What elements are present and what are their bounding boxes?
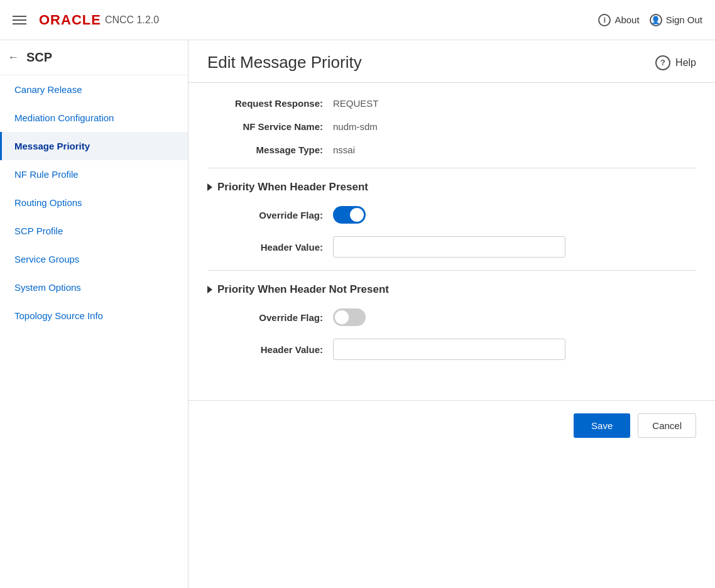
nav-right: i About 👤 Sign Out [598,14,702,26]
sidebar-title: SCP [26,50,52,65]
toggle-slider-not-present [333,308,366,326]
message-type-row: Message Type: nssai [207,144,696,155]
header-value-present-input[interactable] [333,236,565,258]
sidebar-item-system-options[interactable]: System Options [0,273,188,302]
section-header-present: Priority When Header Present [207,181,696,193]
signout-label: Sign Out [666,14,702,25]
override-flag-present-label: Override Flag: [207,210,333,220]
nf-service-name-label: NF Service Name: [207,121,333,132]
sidebar-item-scp-profile[interactable]: SCP Profile [0,217,188,245]
sidebar-item-topology-source-info[interactable]: Topology Source Info [0,302,188,330]
save-button[interactable]: Save [574,413,630,438]
header-value-not-present-input[interactable] [333,339,565,360]
override-flag-present-toggle-wrap [333,206,366,224]
main-header: Edit Message Priority ? Help [188,40,715,83]
message-type-label: Message Type: [207,144,333,155]
section-header-not-present: Priority When Header Not Present [207,283,696,296]
top-nav: ORACLE CNCC 1.2.0 i About 👤 Sign Out [0,0,715,40]
main-content: Edit Message Priority ? Help Request Res… [188,40,715,588]
header-value-not-present-row: Header Value: [207,339,696,360]
divider-2 [207,270,696,271]
nf-service-name-row: NF Service Name: nudm-sdm [207,121,696,132]
action-bar: Save Cancel [188,400,715,450]
section-collapse-present[interactable] [207,183,212,191]
section-collapse-not-present[interactable] [207,286,212,293]
divider-1 [207,168,696,168]
help-label: Help [675,57,696,68]
override-flag-not-present-toggle[interactable] [333,308,366,326]
override-flag-not-present-label: Override Flag: [207,312,333,323]
about-label: About [614,14,639,25]
brand: ORACLE CNCC 1.2.0 [39,12,598,28]
request-response-label: Request Response: [207,98,333,109]
override-flag-not-present-row: Override Flag: [207,308,696,326]
sidebar-item-routing-options[interactable]: Routing Options [0,188,188,217]
app-body: ← SCP Canary Release Mediation Configura… [0,40,715,588]
help-button[interactable]: ? Help [655,55,696,70]
section-title-present: Priority When Header Present [217,181,368,193]
brand-logo: ORACLE [39,12,101,28]
sidebar-item-message-priority[interactable]: Message Priority [0,132,188,160]
about-button[interactable]: i About [598,14,639,26]
sidebar-item-service-groups[interactable]: Service Groups [0,245,188,273]
header-value-present-row: Header Value: [207,236,696,258]
sidebar-header: ← SCP [0,40,188,75]
signout-button[interactable]: 👤 Sign Out [650,14,702,26]
nf-service-name-value: nudm-sdm [333,121,378,132]
override-flag-not-present-toggle-wrap [333,308,366,326]
sidebar-item-mediation-configuration[interactable]: Mediation Configuration [0,104,188,132]
form-area: Request Response: REQUEST NF Service Nam… [188,83,715,388]
help-icon: ? [655,55,670,70]
back-arrow-button[interactable]: ← [8,51,19,64]
toggle-slider-present [333,206,366,224]
request-response-value: REQUEST [333,98,379,109]
override-flag-present-toggle[interactable] [333,206,366,224]
message-type-value: nssai [333,144,355,155]
request-response-row: Request Response: REQUEST [207,98,696,109]
override-flag-present-row: Override Flag: [207,206,696,224]
brand-title: CNCC 1.2.0 [105,14,159,26]
menu-icon[interactable] [13,16,26,24]
page-title: Edit Message Priority [207,53,362,72]
cancel-button[interactable]: Cancel [638,413,696,438]
sidebar: ← SCP Canary Release Mediation Configura… [0,40,188,588]
info-icon: i [598,14,611,26]
section-title-not-present: Priority When Header Not Present [217,283,389,296]
sidebar-item-nf-rule-profile[interactable]: NF Rule Profile [0,160,188,188]
sidebar-item-canary-release[interactable]: Canary Release [0,75,188,104]
header-value-not-present-label: Header Value: [207,344,333,355]
sidebar-nav: Canary Release Mediation Configuration M… [0,75,188,330]
header-value-present-label: Header Value: [207,242,333,253]
user-icon: 👤 [650,14,662,26]
